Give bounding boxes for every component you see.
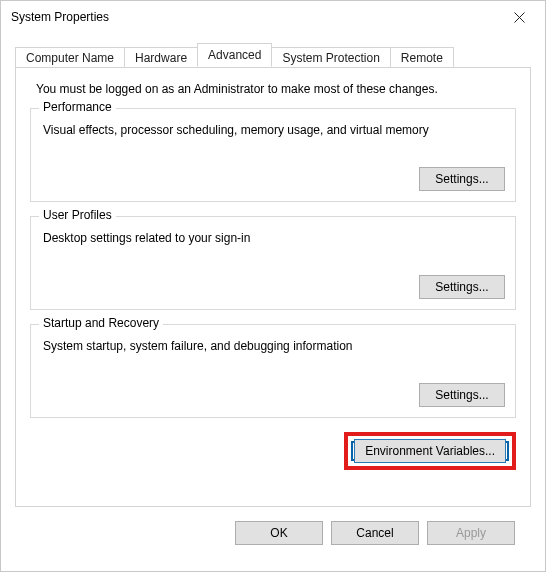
admin-warning-text: You must be logged on as an Administrato… (36, 82, 516, 96)
group-startup-recovery-desc: System startup, system failure, and debu… (43, 339, 505, 353)
apply-button[interactable]: Apply (427, 521, 515, 545)
group-user-profiles-desc: Desktop settings related to your sign-in (43, 231, 505, 245)
user-profiles-settings-button[interactable]: Settings... (419, 275, 505, 299)
environment-variables-highlight: Environment Variables... (344, 432, 516, 470)
close-icon (514, 12, 525, 23)
tab-advanced[interactable]: Advanced (197, 43, 272, 67)
group-performance: Performance Visual effects, processor sc… (30, 108, 516, 202)
titlebar: System Properties (1, 1, 545, 33)
ok-button[interactable]: OK (235, 521, 323, 545)
group-user-profiles-title: User Profiles (39, 208, 116, 222)
environment-variables-button[interactable]: Environment Variables... (354, 439, 506, 463)
startup-recovery-settings-button[interactable]: Settings... (419, 383, 505, 407)
tab-strip: Computer Name Hardware Advanced System P… (15, 43, 531, 67)
tab-computer-name[interactable]: Computer Name (15, 47, 125, 68)
group-startup-recovery-title: Startup and Recovery (39, 316, 163, 330)
window-title: System Properties (11, 10, 109, 24)
performance-settings-button[interactable]: Settings... (419, 167, 505, 191)
group-user-profiles: User Profiles Desktop settings related t… (30, 216, 516, 310)
group-performance-desc: Visual effects, processor scheduling, me… (43, 123, 505, 137)
dialog-content: Computer Name Hardware Advanced System P… (1, 33, 545, 545)
cancel-button[interactable]: Cancel (331, 521, 419, 545)
tab-system-protection[interactable]: System Protection (271, 47, 390, 68)
close-button[interactable] (499, 3, 539, 31)
tab-panel-advanced: You must be logged on as an Administrato… (15, 67, 531, 507)
tab-hardware[interactable]: Hardware (124, 47, 198, 68)
group-performance-title: Performance (39, 100, 116, 114)
tab-remote[interactable]: Remote (390, 47, 454, 68)
dialog-footer: OK Cancel Apply (15, 507, 531, 545)
group-startup-recovery: Startup and Recovery System startup, sys… (30, 324, 516, 418)
